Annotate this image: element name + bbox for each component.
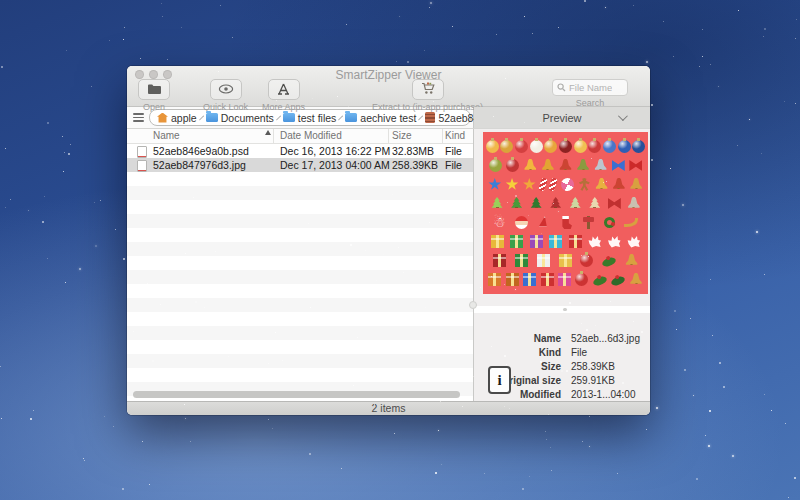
empty-row [127, 340, 473, 354]
search-group: File Name Search [552, 79, 628, 108]
star-dot [160, 304, 161, 305]
star-dot [5, 207, 6, 208]
star-dot [396, 61, 397, 62]
star-dot [484, 473, 485, 474]
search-input[interactable]: File Name [552, 79, 628, 96]
star-dot [589, 446, 590, 447]
more-apps-button[interactable]: More Apps [262, 79, 305, 112]
ball-clipart-icon [500, 140, 513, 153]
open-button[interactable]: Open [138, 79, 170, 112]
star-dot [10, 199, 11, 200]
column-header-kind[interactable]: Kind [445, 130, 465, 141]
app-window: SmartZipper Viewer Open Quick Look [127, 66, 650, 415]
apps-icon [277, 83, 290, 97]
breadcrumb-item-documents[interactable]: Documents [206, 112, 274, 124]
star-dot [794, 477, 796, 479]
star-dot [738, 10, 739, 11]
table-row[interactable]: 52aeb846e9a0b.psdDec 16, 2013 16:22 PM32… [127, 144, 473, 158]
empty-row [127, 312, 473, 326]
star-dot [268, 363, 269, 364]
preview-header[interactable]: Preview [474, 107, 650, 128]
column-header-name[interactable]: Name [153, 130, 180, 141]
preview-info-splitter[interactable] [474, 306, 650, 313]
star-dot [588, 256, 589, 257]
chevron-right-icon [276, 115, 281, 120]
star-dot [149, 484, 150, 485]
column-header-size[interactable]: Size [392, 130, 411, 141]
star-dot [161, 3, 162, 4]
breadcrumb-item-aechive-test[interactable]: aechive test [345, 112, 416, 124]
star-dot [528, 215, 529, 216]
file-icon [137, 160, 147, 172]
info-panel: Name52aeb...6d3.jpg KindFile Size258.39K… [474, 313, 650, 401]
star-dot [732, 455, 734, 457]
star-dot [784, 101, 785, 102]
tree-clipart-icon [588, 197, 601, 210]
column-header-date[interactable]: Date Modified [280, 130, 342, 141]
gift-clipart-icon [549, 235, 562, 248]
ball-clipart-icon [515, 140, 528, 153]
gift-clipart-icon [493, 254, 506, 267]
extract-button[interactable]: Extract to (in-app purchase) [372, 79, 483, 112]
holly-clipart-icon [602, 257, 617, 268]
tree-clipart-icon [569, 197, 582, 210]
info-icon[interactable]: i [488, 366, 511, 394]
preview-image[interactable]: ☃ [483, 132, 648, 294]
bell-clipart-icon [541, 159, 554, 172]
info-kind-value: File [571, 347, 587, 358]
star-dot [710, 279, 711, 280]
gift-clipart-icon [506, 273, 519, 286]
breadcrumb-item-home[interactable]: apple [157, 112, 197, 124]
star-dot [699, 66, 700, 67]
star-dot [124, 27, 125, 28]
star-dot [587, 299, 588, 300]
ball-clipart-icon [588, 140, 601, 153]
star-dot [394, 433, 395, 434]
star-dot [44, 196, 45, 197]
bell-clipart-icon [595, 178, 608, 191]
star-dot [276, 100, 277, 101]
star-dot [441, 464, 442, 465]
gift-clipart-icon [523, 273, 536, 286]
star-dot [546, 439, 547, 440]
table-row[interactable]: 52aeb847976d3.jpgDec 17, 2013 04:00 AM25… [127, 158, 473, 172]
bow-clipart-icon [608, 197, 621, 210]
ball-clipart-icon [575, 273, 588, 286]
empty-row [127, 368, 473, 382]
star-dot [462, 406, 463, 407]
star-dot [348, 106, 349, 107]
star-dot [771, 410, 772, 411]
star-dot [1, 66, 3, 68]
horizontal-scrollbar[interactable] [133, 391, 460, 398]
quick-look-button[interactable]: Quick Look [203, 79, 248, 112]
star-dot [95, 245, 97, 247]
star-dot [712, 335, 713, 336]
star-dot [84, 460, 85, 461]
menu-icon[interactable] [133, 113, 144, 122]
star-dot [94, 202, 95, 203]
breadcrumb-item-test-files[interactable]: test files [283, 112, 337, 124]
main-content: Name Date Modified Size Kind 52aeb846e9a… [127, 129, 650, 401]
empty-row [127, 228, 473, 242]
preview-pane: ☃ Name52aeb...6d3.jpg KindFile Size258.3… [474, 129, 650, 401]
star-dot [268, 419, 269, 420]
star-dot [696, 478, 698, 480]
star-dot [764, 274, 765, 275]
star-dot [558, 211, 559, 212]
star-dot [357, 337, 358, 338]
star-dot [255, 201, 256, 202]
file-icon [137, 146, 147, 158]
star-dot [181, 230, 182, 231]
ball-clipart-icon [580, 254, 593, 267]
star-dot [324, 314, 325, 315]
star-dot [796, 19, 797, 20]
star-dot [63, 171, 64, 172]
star-dot [496, 34, 497, 35]
gift-clipart-icon [488, 273, 501, 286]
star-dot [795, 103, 796, 104]
star-dot [532, 33, 533, 34]
chevron-down-icon[interactable] [618, 111, 628, 121]
pane-splitter-handle[interactable] [469, 301, 477, 309]
star-dot [30, 418, 32, 420]
ginger-clipart-icon [578, 178, 591, 191]
